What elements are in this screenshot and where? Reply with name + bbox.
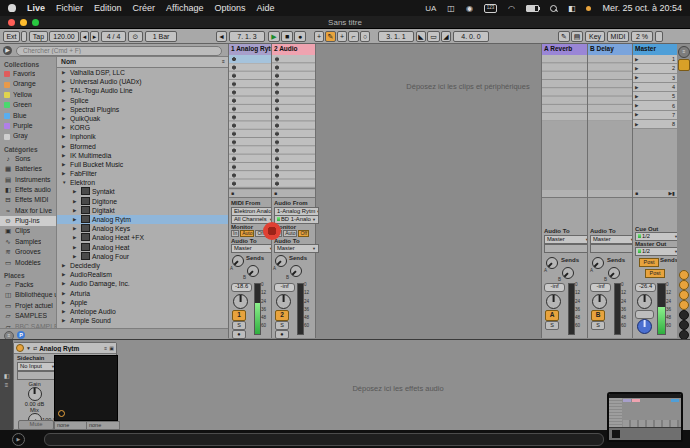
list-item[interactable]: ▶Universal Audio (UADx) (57, 77, 228, 86)
scene-row[interactable]: ▶4 (633, 83, 677, 92)
overview-icon[interactable]: ≡ (678, 46, 690, 58)
return-b-activator[interactable]: B (591, 310, 605, 321)
menubar-clock[interactable]: Mer. 25 oct. à 20:54 (602, 3, 682, 13)
track-2-arm-button[interactable]: ● (275, 330, 289, 339)
track-1-send-b-knob[interactable] (247, 265, 259, 277)
loop-button[interactable]: ▭ (427, 31, 440, 42)
sidebar-item-instruments[interactable]: ▤Instruments (0, 175, 56, 185)
menu-live[interactable]: Live (27, 3, 45, 13)
play-circle-icon[interactable]: ◉ (466, 4, 473, 13)
scene-row[interactable]: ▶7 (633, 111, 677, 120)
track-1-volume-display[interactable]: -18.6 (231, 283, 252, 292)
capture-midi-button[interactable]: ⌐ (348, 31, 359, 42)
list-header-nom[interactable]: Nom≡ (57, 57, 228, 68)
track-2-send-b-knob[interactable] (290, 265, 302, 277)
list-item[interactable]: ▶Analog Four (57, 252, 228, 261)
master-cue-pill[interactable] (635, 310, 654, 319)
collection-favoris[interactable]: Favoris (0, 69, 56, 79)
list-item[interactable]: ▶Bformed (57, 142, 228, 151)
return-a-sub-chooser[interactable] (544, 244, 592, 253)
filter-icon[interactable]: ≡ (222, 58, 225, 67)
list-item[interactable]: ▶Syntakt (57, 187, 228, 196)
return-a-activator[interactable]: A (545, 310, 559, 321)
return-a-send-a-knob[interactable] (546, 257, 558, 269)
list-item[interactable]: ▶KORG (57, 123, 228, 132)
track-2-output-chooser[interactable]: Master▼ (274, 244, 319, 253)
record-button[interactable]: ● (294, 31, 306, 42)
return-b-send-a-knob[interactable] (592, 257, 604, 269)
panel-toggle-1[interactable] (679, 270, 689, 280)
list-item[interactable]: ▶Analog Heat (57, 243, 228, 252)
list-item[interactable]: ▶Analog Heat +FX (57, 233, 228, 242)
list-item[interactable]: ▶AudioRealism (57, 270, 228, 279)
nudge-up-button[interactable]: ▸ (90, 31, 99, 42)
track-1-monitor-switch[interactable]: InAutoOff (231, 230, 266, 237)
master-volume-display[interactable]: -26.4 (635, 283, 656, 292)
param-slot-a[interactable]: none (54, 421, 88, 430)
selected-clip-slot[interactable] (229, 55, 272, 63)
track-1-send-a-knob[interactable] (232, 255, 244, 267)
menu-edition[interactable]: Edition (94, 3, 122, 13)
collection-orange[interactable]: Orange (0, 79, 56, 89)
punch-in-button[interactable]: ◣ (416, 31, 426, 42)
return-b-send-b-knob[interactable] (608, 267, 620, 279)
reenable-automation-button[interactable]: + (337, 31, 347, 42)
track-1-solo-button[interactable]: S (232, 321, 246, 330)
device-hotswap-icon[interactable]: ⇄ (33, 345, 37, 351)
scene-row[interactable]: ▶8 (633, 120, 677, 129)
list-item[interactable]: ▶Spectral Plugins (57, 105, 228, 114)
track-1-pan-knob[interactable] (233, 294, 248, 309)
info-view-toggle[interactable]: ▶ (12, 433, 25, 446)
apple-icon[interactable] (8, 4, 16, 12)
track-1-activator[interactable]: 1 (232, 310, 246, 321)
detail-view-selector-strip[interactable]: ◧≡ (0, 340, 13, 431)
return-a-solo-button[interactable]: S (545, 321, 559, 330)
control-center-icon[interactable]: ◧ (568, 4, 576, 13)
list-item[interactable]: ▶Antelope Audio (57, 307, 228, 316)
collection-yellow[interactable]: Yellow (0, 90, 56, 100)
track-1-output-chooser[interactable]: Master▼ (231, 244, 276, 253)
list-item[interactable]: ▶Apple (57, 298, 228, 307)
list-item[interactable]: ▶FabFilter (57, 169, 228, 178)
track-2-clip-slot-grid[interactable] (272, 55, 315, 189)
punch-out-button[interactable]: ◢ (441, 31, 451, 42)
spotlight-icon[interactable] (550, 5, 557, 12)
list-item[interactable]: ▶Decidedly (57, 261, 228, 270)
sidebar-item-samples-folder[interactable]: ▱SAMPLES (0, 311, 56, 321)
metronome-toggle[interactable]: ⊙ (128, 31, 143, 42)
collection-purple[interactable]: Purple (0, 121, 56, 131)
screen-mirror-icon[interactable]: ◫ (447, 4, 455, 13)
scene-row[interactable]: ▶6 (633, 101, 677, 110)
sidebar-item-bibliotheque[interactable]: ◫Bibliothèque uti... (0, 290, 56, 300)
cue-volume-knob[interactable] (637, 319, 652, 334)
time-signature-display[interactable]: 4 / 4 (101, 31, 126, 42)
search-input[interactable] (16, 46, 222, 56)
plugin-badge-icon[interactable]: P (17, 331, 25, 339)
loop-start-display[interactable]: 3. 1. 1 (378, 31, 414, 42)
scene-launch-icon[interactable]: ▶ (635, 66, 638, 71)
device-fold-icon[interactable]: ▼ (26, 345, 31, 351)
device-title-bar[interactable]: ▼ ⇄ Analog Rytm ≡ ▣ (14, 343, 116, 354)
ua-status[interactable]: UA (425, 4, 436, 13)
io-square-icon[interactable] (678, 59, 690, 71)
return-a-volume-display[interactable]: -inf (544, 283, 565, 292)
nudge-down-button[interactable]: ◂ (80, 31, 89, 42)
back-to-arrangement-icon[interactable]: ▶▮ (668, 190, 675, 197)
sidebar-item-effets-audio[interactable]: ◧Effets audio (0, 185, 56, 195)
list-item[interactable]: ▶TAL-Togu Audio Line (57, 86, 228, 95)
sidebar-item-samples[interactable]: ∿Samples (0, 237, 56, 247)
list-item[interactable]: ▶QuikQuak (57, 114, 228, 123)
list-item[interactable]: ▶Splice (57, 96, 228, 105)
key-map-button[interactable]: Key (585, 31, 605, 42)
return-b-slot-grid[interactable] (588, 55, 633, 121)
input-source-icon[interactable]: 123 (484, 4, 497, 13)
master-pan-knob[interactable] (637, 294, 652, 309)
list-item[interactable]: ▶Digitone (57, 197, 228, 206)
session-record-button[interactable]: ○ (360, 31, 370, 42)
scene-launch-icon[interactable]: ▶ (635, 103, 638, 108)
sidebar-item-projet-actuel[interactable]: ▭Projet actuel (0, 301, 56, 311)
device-edit-icon[interactable]: ▣ (109, 345, 114, 351)
track-2-activator[interactable]: 2 (275, 310, 289, 321)
list-item[interactable]: ▶Arturia (57, 289, 228, 298)
arrangement-position-display[interactable]: 7. 1. 3 (229, 31, 265, 42)
